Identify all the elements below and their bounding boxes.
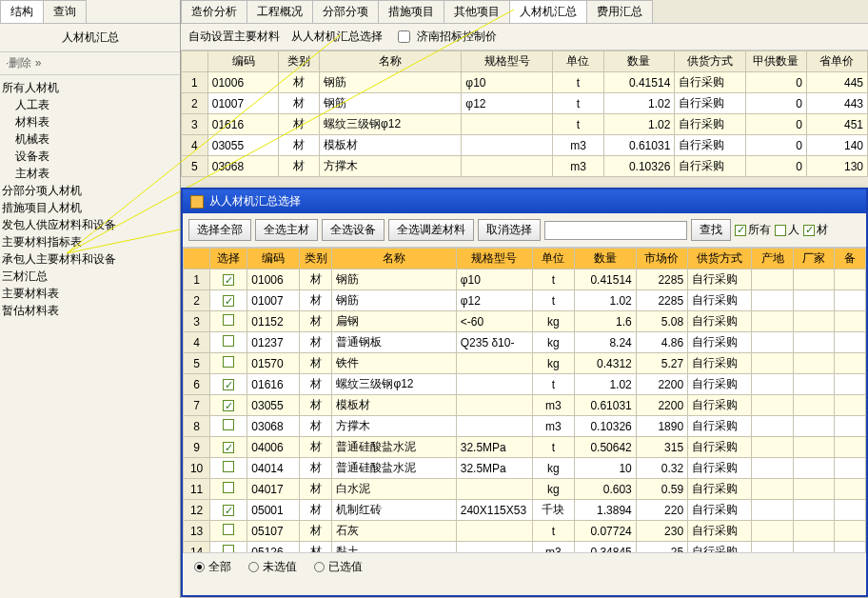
radio-all-label: 全部 (208, 560, 231, 573)
top-tab[interactable]: 工程概况 (247, 0, 313, 23)
col-header[interactable]: 类别 (279, 51, 320, 72)
col-header[interactable]: 名称 (332, 249, 456, 269)
from-summary-label[interactable]: 从人材机汇总选择 (291, 29, 383, 45)
radio-selected[interactable]: 已选值 (314, 559, 363, 575)
table-row[interactable]: 1205001材机制红砖240X115X53千块1.3894220自行采购 (184, 500, 866, 521)
col-header[interactable]: 供货方式 (675, 51, 746, 72)
col-header[interactable]: 编码 (207, 51, 279, 72)
btn-select-diff[interactable]: 全选调差材料 (388, 219, 474, 241)
tree-item[interactable]: 人工表 (2, 96, 178, 113)
btn-find[interactable]: 查找 (691, 219, 731, 241)
top-tab[interactable]: 费用汇总 (586, 0, 653, 23)
col-header[interactable]: 数量 (574, 249, 636, 269)
filter-all[interactable]: 所有 (735, 222, 771, 238)
col-header[interactable]: 单位 (533, 249, 574, 269)
table-row[interactable]: 703055材模板材m30.610312200自行采购 (184, 395, 866, 416)
top-tab[interactable]: 人材机汇总 (509, 0, 587, 23)
filter-ren[interactable]: 人 (775, 222, 799, 238)
table-row[interactable]: 201007材钢筋φ12t1.022285自行采购 (184, 290, 866, 311)
row-checkbox[interactable] (223, 505, 234, 516)
table-row[interactable]: 1004014材普通硅酸盐水泥32.5MPakg100.32自行采购 (184, 458, 866, 479)
col-header[interactable]: 名称 (320, 51, 462, 72)
col-header[interactable]: 数量 (603, 51, 675, 72)
table-row[interactable]: 201007材钢筋φ12t1.02自行采购0443 (182, 93, 868, 114)
row-checkbox[interactable] (223, 419, 234, 430)
row-checkbox[interactable] (223, 442, 234, 453)
col-header[interactable]: 选择 (210, 249, 247, 269)
table-row[interactable]: 904006材普通硅酸盐水泥32.5MPat0.50642315自行采购 (184, 437, 866, 458)
btn-select-equip[interactable]: 全选设备 (322, 219, 385, 241)
table-row[interactable]: 101006材钢筋φ10t0.41514自行采购0445 (182, 72, 868, 93)
row-checkbox[interactable] (223, 400, 234, 411)
row-checkbox[interactable] (223, 379, 234, 390)
auto-set-label[interactable]: 自动设置主要材料 (188, 29, 280, 45)
col-header[interactable]: 供货方式 (688, 249, 752, 269)
col-header[interactable]: 甲供数量 (745, 51, 806, 72)
tree-item[interactable]: 材料表 (2, 113, 178, 130)
tree-item[interactable]: 措施项目人材机 (2, 199, 178, 216)
top-tab[interactable]: 分部分项 (312, 0, 379, 23)
tab-structure[interactable]: 结构 (0, 0, 44, 23)
table-row[interactable]: 301152材扁钢<-60kg1.65.08自行采购 (184, 311, 866, 332)
row-checkbox[interactable] (223, 295, 234, 307)
btn-select-main[interactable]: 全选主材 (255, 219, 318, 241)
table-row[interactable]: 101006材钢筋φ10t0.415142285自行采购 (184, 269, 866, 290)
col-header[interactable]: 市场价 (636, 249, 687, 269)
col-header[interactable]: 类别 (299, 249, 332, 269)
col-header[interactable]: 备 (835, 249, 866, 269)
table-row[interactable]: 1305107材石灰t0.07724230自行采购 (184, 521, 866, 542)
check-icon (803, 225, 815, 236)
tree-item[interactable]: 设备表 (2, 148, 178, 165)
tree-item[interactable]: 暂估材料表 (2, 302, 178, 319)
top-tab[interactable]: 措施项目 (378, 0, 444, 23)
col-header[interactable]: 产地 (752, 249, 793, 269)
filter-cai[interactable]: 材 (803, 222, 828, 238)
table-row[interactable]: 401237材普通钢板Q235 δ10-kg8.244.86自行采购 (184, 332, 866, 353)
table-row[interactable]: 501570材铁件kg0.43125.27自行采购 (184, 353, 866, 374)
row-checkbox[interactable] (223, 356, 234, 368)
tree-item[interactable]: 主要材料表 (2, 285, 178, 302)
btn-cancel-select[interactable]: 取消选择 (478, 219, 541, 241)
popup-grid-wrap[interactable]: 选择编码类别名称规格型号单位数量市场价供货方式产地厂家备101006材钢筋φ10… (183, 248, 866, 552)
row-checkbox[interactable] (223, 274, 234, 286)
left-tools[interactable]: ·删除 » (0, 52, 180, 75)
table-row[interactable]: 1405126材黏土m30.3484525自行采购 (184, 542, 866, 553)
tree-item[interactable]: 发包人供应材料和设备 (2, 216, 178, 233)
table-row[interactable]: 601616材螺纹三级钢φ12t1.022200自行采购 (184, 374, 866, 395)
tree-item[interactable]: 所有人材机 (2, 79, 178, 96)
col-header[interactable]: 编码 (247, 249, 299, 269)
radio-unselected[interactable]: 未选值 (248, 559, 297, 575)
row-checkbox[interactable] (223, 335, 234, 347)
row-checkbox[interactable] (223, 461, 234, 472)
table-row[interactable]: 503068材方撑木m30.10326自行采购0130 (182, 156, 868, 177)
tree-item[interactable]: 主要材料指标表 (2, 233, 178, 250)
tree-item[interactable]: 三材汇总 (2, 268, 178, 285)
table-row[interactable]: 803068材方撑木m30.103261890自行采购 (184, 416, 866, 437)
table-row[interactable]: 1104017材白水泥kg0.6030.59自行采购 (184, 479, 866, 500)
btn-select-all[interactable]: 选择全部 (188, 219, 251, 241)
col-header[interactable]: 省单价 (806, 51, 867, 72)
radio-all[interactable]: 全部 (194, 559, 231, 575)
search-input[interactable] (544, 221, 687, 240)
tree-item[interactable]: 主材表 (2, 165, 178, 182)
filter-all-label: 所有 (748, 222, 771, 238)
tab-query[interactable]: 查询 (43, 0, 87, 23)
top-tab[interactable]: 其他项目 (444, 0, 510, 23)
ctrl-price-checkbox[interactable] (398, 30, 410, 43)
row-checkbox[interactable] (223, 482, 234, 493)
row-checkbox[interactable] (223, 524, 234, 535)
row-checkbox[interactable] (223, 314, 234, 326)
col-header[interactable]: 规格型号 (462, 51, 553, 72)
col-header[interactable]: 规格型号 (456, 249, 532, 269)
ctrl-price-check[interactable]: 济南招标控制价 (394, 28, 497, 46)
table-row[interactable]: 403055材模板材m30.61031自行采购0140 (182, 135, 868, 156)
row-checkbox[interactable] (223, 545, 234, 552)
col-header[interactable]: 厂家 (793, 249, 834, 269)
top-tab[interactable]: 造价分析 (181, 0, 247, 23)
tree-item[interactable]: 承包人主要材料和设备 (2, 250, 178, 268)
tree-item[interactable]: 分部分项人材机 (2, 182, 178, 199)
tree-item[interactable]: 机械表 (2, 130, 178, 148)
table-row[interactable]: 301616材螺纹三级钢φ12t1.02自行采购0451 (182, 114, 868, 135)
col-header[interactable]: 单位 (553, 51, 603, 72)
tree: 所有人材机人工表材料表机械表设备表主材表分部分项人材机措施项目人材机发包人供应材… (0, 75, 180, 323)
